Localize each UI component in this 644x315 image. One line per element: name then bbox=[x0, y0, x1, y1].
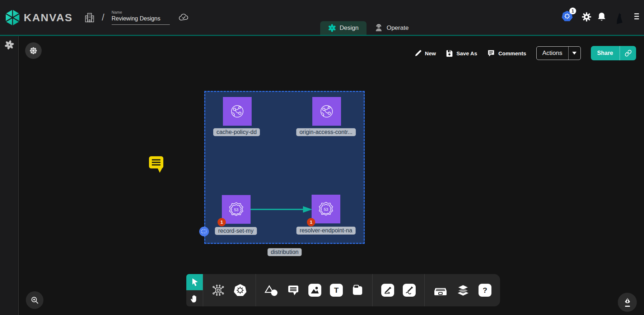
yellow-comment-icon bbox=[148, 156, 165, 173]
pen-nib-icon bbox=[623, 297, 632, 307]
actions-caret-button[interactable] bbox=[568, 47, 580, 60]
comments-button[interactable]: Comments bbox=[487, 49, 526, 57]
app-header: KANVAS / Name bbox=[0, 0, 644, 36]
settings-button[interactable] bbox=[582, 12, 592, 22]
comment-bubble-icon bbox=[487, 49, 495, 57]
toolbar-group-annotations: T bbox=[256, 274, 372, 306]
node-record-set[interactable]: 53 bbox=[222, 195, 251, 224]
app-title: KANVAS bbox=[24, 11, 73, 24]
flower-widget-icon bbox=[29, 47, 37, 55]
shapes-tool-icon[interactable] bbox=[265, 284, 278, 297]
save-as-label: Save As bbox=[456, 50, 477, 56]
menu-icon[interactable] bbox=[634, 13, 639, 21]
kanvas-logo[interactable]: KANVAS bbox=[5, 9, 73, 26]
notifications-button[interactable] bbox=[597, 12, 606, 22]
kanvas-app: KANVAS / Name bbox=[0, 0, 644, 315]
dashed-rect-icon bbox=[201, 230, 206, 233]
design-name-input[interactable] bbox=[112, 15, 170, 25]
status-badge[interactable]: 1 bbox=[307, 218, 315, 226]
kubernetes-context-button[interactable]: 1 bbox=[561, 10, 573, 23]
link-icon bbox=[625, 50, 632, 57]
meshery-spiral-icon[interactable] bbox=[5, 40, 14, 50]
frame-tool-icon[interactable] bbox=[351, 284, 364, 296]
zoom-in-button[interactable] bbox=[26, 291, 43, 309]
svg-text:53: 53 bbox=[324, 207, 328, 212]
avatar-silhouette bbox=[614, 12, 625, 25]
pencil-icon bbox=[415, 50, 422, 57]
node-label[interactable]: cache-policy-dd bbox=[213, 128, 260, 136]
comment-tool-icon[interactable] bbox=[287, 284, 300, 297]
actions-label: Actions bbox=[537, 50, 568, 57]
node-origin-access-control[interactable] bbox=[312, 97, 341, 126]
tools-dock: T bbox=[186, 274, 500, 306]
tab-design-label: Design bbox=[340, 24, 359, 32]
pen-mode-button[interactable] bbox=[618, 293, 637, 312]
pan-tool-button[interactable] bbox=[186, 290, 203, 306]
cloudfront-globe-icon bbox=[318, 103, 335, 120]
tab-operate[interactable]: Operate bbox=[367, 21, 416, 35]
chevron-down-icon bbox=[572, 52, 577, 55]
canvas-widgets-button[interactable] bbox=[25, 42, 42, 59]
share-button[interactable]: Share bbox=[591, 46, 636, 60]
components-chip-icon[interactable] bbox=[212, 284, 225, 297]
layers-tool-icon[interactable] bbox=[456, 284, 470, 297]
toolbar-group-integrations bbox=[203, 274, 256, 306]
actions-dropdown[interactable]: Actions bbox=[536, 46, 581, 60]
select-tool-button[interactable] bbox=[186, 274, 203, 290]
sketch-pencil-tool-icon[interactable] bbox=[403, 284, 416, 297]
edge-record-set-to-resolver[interactable] bbox=[251, 205, 314, 214]
cloud-saved-icon bbox=[178, 13, 189, 22]
name-field-label: Name bbox=[112, 10, 170, 14]
left-sidebar bbox=[0, 36, 19, 315]
design-spiral-icon bbox=[328, 24, 336, 32]
bell-icon bbox=[597, 12, 606, 22]
cursor-arrow-icon bbox=[190, 278, 199, 287]
magnifier-plus-icon bbox=[31, 296, 39, 305]
cloudfront-globe-icon bbox=[229, 103, 246, 120]
route53-shield-icon: 53 bbox=[317, 200, 335, 218]
help-tool-icon[interactable]: ? bbox=[479, 284, 491, 297]
status-badge[interactable]: 1 bbox=[218, 218, 226, 226]
kanvas-hexagon-icon bbox=[5, 9, 20, 26]
node-label[interactable]: resolver-endpoint-na bbox=[297, 227, 356, 235]
breadcrumb-separator: / bbox=[102, 12, 104, 23]
toolbar-group-drawing bbox=[372, 274, 424, 306]
canvas-comment-marker[interactable] bbox=[148, 156, 165, 173]
node-label[interactable]: record-set-my bbox=[215, 227, 257, 235]
text-tool-icon[interactable]: T bbox=[330, 284, 343, 297]
design-name-field: Name bbox=[112, 10, 170, 25]
group-label[interactable]: distribution bbox=[267, 248, 302, 256]
kubernetes-count-badge: 1 bbox=[569, 8, 576, 14]
group-resize-handle[interactable] bbox=[199, 227, 209, 236]
share-label: Share bbox=[591, 50, 620, 56]
svg-text:53: 53 bbox=[234, 208, 238, 212]
hand-icon bbox=[190, 294, 199, 303]
copy-link-button[interactable] bbox=[620, 46, 636, 60]
node-label[interactable]: origin-access-contr... bbox=[296, 128, 356, 136]
toolbar-group-panels: ? bbox=[424, 274, 500, 306]
floppy-icon bbox=[446, 50, 453, 57]
comments-label: Comments bbox=[498, 50, 526, 56]
edge-pen-tool-icon[interactable] bbox=[381, 284, 394, 297]
image-tool-icon[interactable] bbox=[308, 284, 321, 297]
node-cache-policy[interactable] bbox=[223, 97, 252, 126]
drawer-tool-icon[interactable] bbox=[433, 284, 448, 297]
organization-icon[interactable] bbox=[85, 12, 94, 23]
kubernetes-tool-icon[interactable] bbox=[233, 283, 247, 297]
route53-shield-icon: 53 bbox=[227, 200, 245, 218]
save-as-button[interactable]: Save As bbox=[446, 50, 477, 57]
mode-tabs: Design Operate bbox=[320, 21, 416, 35]
canvas-action-bar: New Save As Comments Actions bbox=[415, 46, 636, 60]
new-label: New bbox=[425, 50, 436, 56]
node-resolver-endpoint[interactable]: 53 bbox=[312, 195, 340, 223]
gear-icon bbox=[582, 12, 592, 22]
user-avatar[interactable] bbox=[611, 8, 628, 25]
tab-operate-label: Operate bbox=[387, 24, 409, 32]
operate-person-icon bbox=[374, 24, 383, 32]
new-button[interactable]: New bbox=[415, 50, 436, 57]
tab-design[interactable]: Design bbox=[320, 21, 367, 35]
